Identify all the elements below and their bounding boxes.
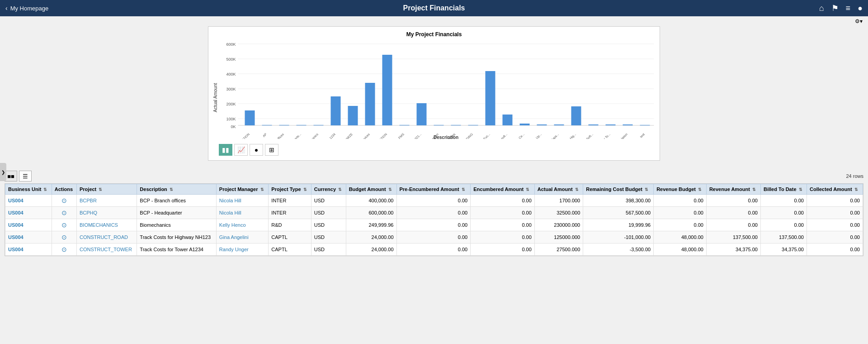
cell-billed: 0.00 — [760, 219, 807, 231]
svg-rect-24 — [331, 96, 341, 125]
col-revenue-budget[interactable]: Revenue Budget ⇅ — [654, 184, 707, 195]
action-button[interactable]: ⊙ — [61, 246, 67, 253]
cell-manager: Kelly Henco — [216, 219, 268, 231]
cell-currency: USD — [311, 195, 346, 207]
col-remaining-cost[interactable]: Remaining Cost Budget ⇅ — [583, 184, 654, 195]
grid-view-button[interactable]: ■■ — [5, 171, 17, 182]
cell-action: ⊙ — [52, 231, 76, 244]
line-chart-button[interactable]: 📈 — [234, 144, 248, 156]
cell-budget: 600,000.00 — [346, 207, 396, 219]
cell-revenue-amount: 0.00 — [706, 219, 760, 231]
cell-remaining-cost: 398,300.00 — [583, 195, 654, 207]
action-button[interactable]: ⊙ — [61, 197, 67, 204]
cell-pre-encumbered: 0.00 — [396, 244, 471, 256]
cell-revenue-amount: 0.00 — [706, 195, 760, 207]
svg-text:200K: 200K — [226, 102, 236, 106]
cell-remaining-cost: -3,500.00 — [583, 244, 654, 256]
back-label: My Homepage — [10, 5, 49, 12]
view-toggle-buttons: ■■ ☰ — [5, 171, 32, 182]
cell-manager: Nicola Hill — [216, 207, 268, 219]
cell-actual: 32500.000 — [534, 207, 583, 219]
col-collected[interactable]: Collected Amount ⇅ — [807, 184, 863, 195]
col-budget-amount[interactable]: Budget Amount ⇅ — [346, 184, 396, 195]
col-currency[interactable]: Currency ⇅ — [311, 184, 346, 195]
cell-revenue-amount: 0.00 — [706, 207, 760, 219]
settings-row: ⚙▾ — [0, 16, 868, 26]
col-pre-encumbered[interactable]: Pre-Encumbered Amount ⇅ — [396, 184, 471, 195]
cell-billed: 0.00 — [760, 207, 807, 219]
col-actual[interactable]: Actual Amount ⇅ — [534, 184, 583, 195]
col-business-unit[interactable]: Business Unit ⇅ — [5, 184, 52, 195]
table-row: US004 ⊙ CONSTRUCT_TOWER Track Costs for … — [5, 244, 863, 256]
cell-currency: USD — [311, 244, 346, 256]
cell-collected: 0.00 — [807, 195, 863, 207]
svg-rect-50 — [554, 124, 564, 125]
sidebar-toggle[interactable]: ❯ — [0, 163, 6, 181]
svg-text:Description: Description — [434, 135, 458, 139]
col-billed-to-date[interactable]: Billed To Date ⇅ — [760, 184, 807, 195]
cell-project: CONSTRUCT_ROAD — [76, 231, 137, 244]
svg-text:AP: AP — [262, 133, 268, 138]
project-financials-table: Business Unit ⇅ Actions Project ⇅ Descri… — [5, 184, 863, 256]
svg-text:0K: 0K — [231, 124, 236, 129]
list-view-button[interactable]: ☰ — [19, 171, 32, 182]
cell-manager: Gina Angelini — [216, 231, 268, 244]
svg-rect-30 — [382, 55, 392, 125]
cell-encumbered: 0.00 — [471, 219, 535, 231]
cell-billed: 137,500.00 — [760, 231, 807, 244]
cell-actual: 125000.000 — [534, 231, 583, 244]
cell-business-unit: US004 — [5, 207, 52, 219]
cell-remaining-cost: 567,500.00 — [583, 207, 654, 219]
cell-pre-encumbered: 0.00 — [396, 195, 471, 207]
col-project-type[interactable]: Project Type ⇅ — [269, 184, 311, 195]
cell-revenue-budget: 0.00 — [654, 219, 707, 231]
col-description[interactable]: Description ⇅ — [137, 184, 217, 195]
cell-business-unit: US004 — [5, 195, 52, 207]
flag-icon[interactable]: ⚑ — [831, 3, 839, 13]
action-button[interactable]: ⊙ — [61, 209, 67, 216]
table-row: US004 ⊙ BIOMECHANICS Biomechanics Kelly … — [5, 219, 863, 231]
action-button[interactable]: ⊙ — [61, 234, 67, 241]
svg-rect-40 — [468, 125, 478, 125]
cell-collected: 0.00 — [807, 231, 863, 244]
home-icon[interactable]: ⌂ — [819, 4, 824, 13]
action-button[interactable]: ⊙ — [61, 221, 67, 229]
pie-chart-button[interactable]: ● — [250, 144, 263, 156]
cell-type: INTER — [269, 207, 311, 219]
menu-icon[interactable]: ≡ — [846, 4, 851, 13]
table-chart-button[interactable]: ⊞ — [265, 144, 278, 156]
cell-budget: 24,000.00 — [346, 231, 396, 244]
back-button[interactable]: ‹ My Homepage — [5, 5, 48, 12]
cell-pre-encumbered: 0.00 — [396, 219, 471, 231]
col-revenue-amount[interactable]: Revenue Amount ⇅ — [706, 184, 760, 195]
svg-rect-56 — [606, 124, 616, 125]
chart-area: 600K 500K 400K 300K 200K 100K 0K ALLOCAT… — [219, 39, 655, 156]
cell-description: Track Costs for Tower A1234 — [137, 244, 217, 256]
cell-collected: 0.00 — [807, 244, 863, 256]
gear-icon: ⚙▾ — [855, 18, 863, 24]
settings-button[interactable]: ⚙▾ — [855, 18, 863, 24]
top-navigation: ‹ My Homepage Project Financials ⌂ ⚑ ≡ ● — [0, 0, 868, 16]
cell-description: BCP - Branch offices — [137, 195, 217, 207]
svg-rect-18 — [279, 125, 289, 125]
cell-remaining-cost: 19,999.96 — [583, 219, 654, 231]
svg-rect-42 — [486, 71, 495, 125]
cell-encumbered: 0.00 — [471, 231, 535, 244]
cell-type: CAPTL — [269, 231, 311, 244]
svg-text:100K: 100K — [226, 117, 236, 121]
bar-chart-button[interactable]: ▮▮ — [219, 144, 232, 156]
user-icon[interactable]: ● — [858, 4, 863, 13]
data-table-wrapper: Business Unit ⇅ Actions Project ⇅ Descri… — [5, 183, 863, 256]
cell-project: BIOMECHANICS — [76, 219, 137, 231]
cell-type: INTER — [269, 195, 311, 207]
table-toolbar: ■■ ☰ 24 rows — [5, 171, 863, 182]
cell-revenue-amount: 34,375.00 — [706, 244, 760, 256]
cell-manager: Nicola Hill — [216, 195, 268, 207]
svg-text:Translation: Translation — [615, 133, 628, 139]
col-actions: Actions — [52, 184, 76, 195]
col-encumbered[interactable]: Encumbered Amount ⇅ — [471, 184, 535, 195]
svg-text:FMS: FMS — [398, 133, 405, 139]
page-title: Project Financials — [403, 4, 465, 12]
col-project-manager[interactable]: Project Manager ⇅ — [216, 184, 268, 195]
col-project[interactable]: Project ⇅ — [76, 184, 137, 195]
